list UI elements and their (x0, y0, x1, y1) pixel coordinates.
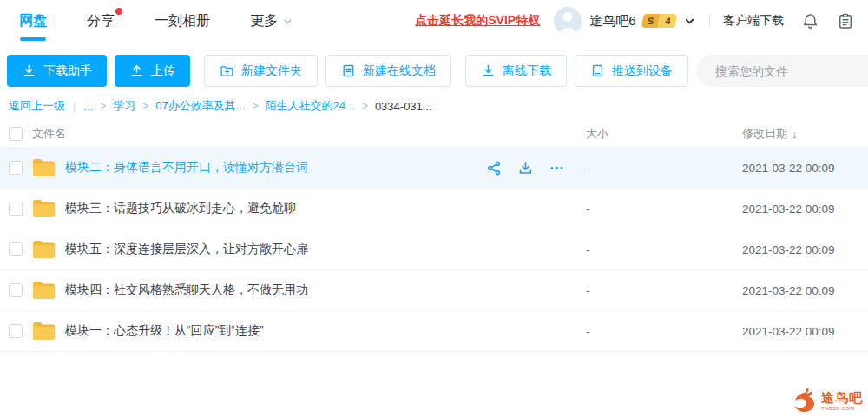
folder-icon (32, 281, 56, 300)
user-avatar[interactable] (554, 7, 582, 35)
file-name-link[interactable]: 模块四：社交风格熟悉聊天人格，不做无用功 (65, 282, 308, 298)
watermark-title: 途鸟吧 (821, 391, 863, 404)
table-row[interactable]: 模块四：社交风格熟悉聊天人格，不做无用功 - 2021-03-22 00:09 (0, 270, 868, 311)
download-helper-label: 下载助手 (43, 63, 92, 79)
file-name-link[interactable]: 模块五：深度连接层层深入，让对方敞开心扉 (65, 242, 308, 257)
file-list: 模块二：身体语言不用开口，读懂对方潜台词 - 2021-03-22 00:09 (0, 148, 868, 352)
file-modified-date: 2021-03-22 00:09 (742, 202, 868, 216)
bell-icon[interactable] (801, 12, 819, 30)
push-to-device-button[interactable]: 推送到设备 (575, 55, 688, 87)
nav-tab-more-label: 更多 (250, 0, 278, 42)
file-modified-date: 2021-03-22 00:09 (742, 284, 868, 297)
share-icon[interactable] (486, 160, 503, 176)
folder-icon (32, 322, 56, 341)
top-bar-right: 点击延长我的SVIP特权 途鸟吧6 S 4 客户端下载 (415, 7, 854, 35)
row-hover-actions (486, 160, 565, 176)
file-modified-date: 2021-03-22 00:09 (742, 243, 868, 256)
svip-badge-s: S (641, 14, 660, 28)
top-bar: 网盘 分享 一刻相册 更多 点击延长我的SVIP特权 途鸟吧6 S 4 客户端下… (0, 0, 868, 42)
more-actions-icon[interactable] (549, 160, 565, 176)
breadcrumb: 返回上一级 | ... > 学习 > 07办公效率及其... > 陌生人社交的2… (0, 87, 868, 121)
folder-icon (32, 158, 56, 177)
svip-renew-link[interactable]: 点击延长我的SVIP特权 (415, 13, 540, 29)
primary-nav: 网盘 分享 一刻相册 更多 (19, 0, 333, 42)
file-size: - (586, 284, 742, 297)
breadcrumb-back-link[interactable]: 返回上一级 (9, 98, 65, 114)
new-online-doc-label: 新建在线文档 (363, 63, 436, 79)
clipboard-tasks-icon[interactable] (837, 12, 854, 30)
row-checkbox[interactable] (9, 161, 23, 175)
header-modified-column[interactable]: 修改日期 ↓ (742, 126, 868, 142)
document-icon (341, 63, 356, 78)
nav-tab-share-label: 分享 (87, 13, 115, 28)
row-checkbox[interactable] (9, 202, 23, 216)
header-size-column: 大小 (586, 126, 742, 142)
download-helper-button[interactable]: 下载助手 (7, 55, 107, 87)
header-modified-label: 修改日期 (742, 126, 787, 142)
upload-button[interactable]: 上传 (115, 55, 190, 87)
file-modified-date: 2021-03-22 00:09 (742, 162, 868, 175)
push-to-device-label: 推送到设备 (612, 63, 673, 79)
header-name-column: 文件名 (9, 126, 586, 142)
breadcrumb-separator: > (100, 100, 106, 112)
breadcrumb-separator: > (142, 100, 148, 112)
breadcrumb-separator: > (253, 100, 259, 112)
vertical-divider (709, 14, 710, 28)
table-row[interactable]: 模块三：话题技巧从破冰到走心，避免尬聊 - 2021-03-22 00:09 (0, 189, 868, 229)
file-table-header: 文件名 大小 修改日期 ↓ (0, 121, 868, 148)
search-input[interactable] (715, 64, 863, 78)
new-online-doc-button[interactable]: 新建在线文档 (326, 55, 451, 87)
nav-tab-moment-album-label: 一刻相册 (155, 13, 210, 28)
user-menu-chevron-down-icon[interactable] (683, 15, 696, 28)
file-name-link[interactable]: 模块一：心态升级！从“回应”到“连接” (65, 323, 264, 339)
username[interactable]: 途鸟吧6 (589, 13, 635, 30)
download-icon (22, 63, 36, 78)
offline-download-button[interactable]: 离线下载 (465, 55, 567, 87)
breadcrumb-pipe-divider: | (73, 100, 76, 113)
file-size: - (586, 202, 742, 216)
device-icon (590, 63, 605, 78)
svip-badge-level: 4 (657, 14, 677, 28)
notification-dot (115, 8, 122, 15)
breadcrumb-current: 0334-031... (375, 100, 432, 113)
file-size: - (586, 325, 742, 338)
row-checkbox[interactable] (9, 242, 23, 256)
table-row[interactable]: 模块一：心态升级！从“回应”到“连接” - 2021-03-22 00:09 (0, 311, 868, 352)
breadcrumb-link-study[interactable]: 学习 (113, 98, 135, 114)
table-row[interactable]: 模块二：身体语言不用开口，读懂对方潜台词 - 2021-03-22 00:09 (0, 148, 868, 189)
row-checkbox[interactable] (9, 324, 23, 338)
download-icon (481, 63, 496, 78)
file-size: - (586, 243, 742, 256)
table-row[interactable]: 模块五：深度连接层层深入，让对方敞开心扉 - 2021-03-22 00:09 (0, 229, 868, 270)
sort-descending-icon[interactable]: ↓ (792, 128, 798, 141)
watermark-domain: TNB28.COM (821, 406, 863, 411)
nav-tab-more[interactable]: 更多 (250, 0, 293, 42)
new-folder-label: 新建文件夹 (241, 63, 302, 79)
select-all-checkbox[interactable] (9, 127, 23, 141)
breadcrumb-link-social[interactable]: 陌生人社交的24... (266, 98, 355, 114)
search-box (696, 55, 868, 87)
nav-tab-netdisk-label: 网盘 (19, 13, 47, 28)
action-toolbar: 下载助手 上传 新建文件夹 新建在线文档 离线下载 推送到设备 (0, 42, 868, 87)
nav-tab-share[interactable]: 分享 (87, 0, 115, 42)
nav-tab-moment-album[interactable]: 一刻相册 (155, 0, 210, 42)
new-folder-button[interactable]: 新建文件夹 (204, 55, 318, 87)
client-download-link[interactable]: 客户端下载 (723, 13, 784, 29)
file-name-link[interactable]: 模块三：话题技巧从破冰到走心，避免尬聊 (65, 201, 296, 216)
header-size-label: 大小 (586, 127, 608, 140)
breadcrumb-ellipsis-link[interactable]: ... (83, 100, 93, 113)
nav-tab-netdisk[interactable]: 网盘 (19, 0, 47, 42)
file-size: - (586, 162, 742, 175)
download-icon[interactable] (517, 160, 534, 176)
file-modified-date: 2021-03-22 00:09 (742, 325, 868, 338)
row-checkbox[interactable] (9, 283, 23, 297)
svip-level-badge[interactable]: S 4 (641, 14, 677, 28)
offline-download-label: 离线下载 (503, 63, 551, 79)
folder-icon (32, 199, 56, 218)
breadcrumb-link-office[interactable]: 07办公效率及其... (155, 98, 245, 114)
breadcrumb-separator: > (362, 100, 368, 112)
header-filename-label: 文件名 (32, 126, 66, 142)
file-name-link[interactable]: 模块二：身体语言不用开口，读懂对方潜台词 (65, 160, 308, 176)
upload-label: 上传 (151, 63, 175, 79)
bird-logo-icon (790, 387, 819, 415)
